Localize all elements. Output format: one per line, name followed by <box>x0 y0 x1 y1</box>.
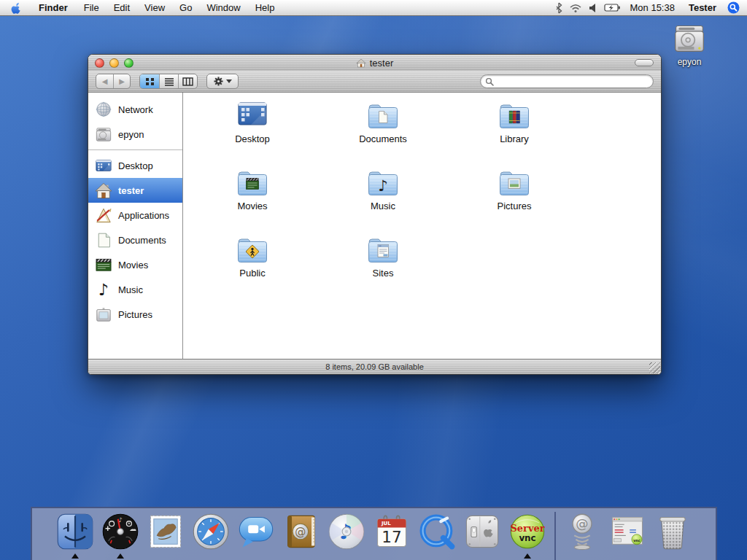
dock-item-system-preferences[interactable] <box>462 512 503 559</box>
dropdown-arrow-icon <box>226 79 232 83</box>
menu-help[interactable]: Help <box>248 0 282 16</box>
desktop-wallpaper: Finder File Edit View Go Window Help <box>0 0 747 560</box>
file-icon-documents[interactable]: Documents <box>338 98 427 144</box>
folder-library-icon <box>497 98 532 132</box>
safari-icon <box>191 512 231 551</box>
svg-text:@: @ <box>576 516 588 531</box>
icon-view-button[interactable] <box>140 74 159 88</box>
file-icon-library[interactable]: Library <box>470 98 559 144</box>
sidebar-label: Network <box>118 104 153 115</box>
sidebar-label: Movies <box>118 260 148 271</box>
menu-view[interactable]: View <box>137 0 172 16</box>
sidebar-item-music[interactable]: ♪ Music <box>88 277 182 302</box>
sidebar-item-documents[interactable]: Documents <box>88 228 182 252</box>
vnc-settings-window-icon: vnc <box>608 512 647 551</box>
desktop-icon <box>235 98 270 132</box>
bluetooth-icon <box>555 2 562 14</box>
window-title-bar[interactable]: tester <box>88 55 661 71</box>
battery-menu-extra[interactable] <box>604 3 621 12</box>
sidebar-item-movies[interactable]: Movies <box>88 252 182 277</box>
sidebar-item-applications[interactable]: Applications <box>88 203 182 228</box>
sidebar-item-tester[interactable]: tester <box>88 178 182 203</box>
sidebar-divider <box>88 149 182 150</box>
movies-icon <box>95 257 112 273</box>
spotlight-button[interactable] <box>727 1 740 14</box>
file-icon-public[interactable]: Public <box>208 233 297 279</box>
sidebar-item-pictures[interactable]: Pictures <box>88 302 182 327</box>
file-icon-pictures[interactable]: Pictures <box>470 166 559 211</box>
resize-grip[interactable] <box>649 362 660 373</box>
folder-movies-icon <box>235 166 270 199</box>
running-indicator <box>71 553 79 559</box>
folder-pictures-icon <box>497 166 532 199</box>
dock-item-finder[interactable] <box>55 512 96 559</box>
minimize-button[interactable] <box>109 58 119 68</box>
gear-icon <box>213 76 224 87</box>
fast-user-switch-menu[interactable]: Tester <box>684 2 721 13</box>
network-globe-icon <box>95 101 112 118</box>
menu-window[interactable]: Window <box>199 0 247 16</box>
desktop-volume-epyon[interactable]: epyon <box>667 22 712 67</box>
sidebar-item-epyon[interactable]: epyon <box>88 122 182 147</box>
hard-drive-icon <box>95 126 112 143</box>
menu-go[interactable]: Go <box>172 0 199 16</box>
action-button[interactable] <box>207 74 238 88</box>
document-icon <box>96 232 112 249</box>
sidebar-label: tester <box>118 185 144 196</box>
file-label: Documents <box>338 133 427 144</box>
back-button[interactable]: ◀ <box>96 74 113 88</box>
volume-label: epyon <box>667 57 712 67</box>
menu-bar: Finder File Edit View Go Window Help <box>0 0 747 16</box>
dock-item-vnc-server[interactable]: Server vnc <box>507 512 549 559</box>
search-input[interactable] <box>497 77 649 87</box>
file-icon-sites[interactable]: Sites <box>338 233 427 279</box>
menu-finder[interactable]: Finder <box>30 0 77 16</box>
sidebar-item-network[interactable]: Network <box>88 97 182 122</box>
bluetooth-menu-extra[interactable] <box>555 2 562 14</box>
toolbar-toggle-button[interactable] <box>635 59 654 66</box>
close-button[interactable] <box>95 58 104 68</box>
view-switcher <box>139 74 198 89</box>
file-label: Pictures <box>470 201 559 211</box>
dock-separator <box>554 512 556 560</box>
sidebar-item-desktop[interactable]: Desktop <box>88 153 182 178</box>
sidebar-label: Applications <box>118 210 169 221</box>
zoom-button[interactable] <box>124 58 133 68</box>
menu-edit[interactable]: Edit <box>107 0 137 16</box>
file-label: Library <box>470 133 559 144</box>
file-icon-music[interactable]: ♪ Music <box>338 166 427 211</box>
dock-item-vnc-window[interactable]: vnc <box>607 512 649 559</box>
svg-text:♪: ♪ <box>98 281 109 298</box>
sidebar-label: Documents <box>118 235 166 246</box>
dock-item-address-book[interactable]: @ <box>281 512 322 559</box>
icon-view-icon <box>145 77 155 86</box>
dock-item-dashboard[interactable]: ♪ <box>100 512 142 559</box>
forward-button[interactable]: ▶ <box>113 74 130 88</box>
file-icon-desktop[interactable]: Desktop <box>208 98 297 144</box>
dock-item-itunes[interactable]: ♪ <box>326 512 368 559</box>
dock-item-trash[interactable] <box>652 512 694 559</box>
wifi-menu-extra[interactable] <box>569 3 582 13</box>
apple-menu[interactable] <box>0 1 30 14</box>
dock-item-at-spring[interactable]: @ <box>562 512 603 559</box>
dock-item-safari[interactable] <box>190 512 232 559</box>
volume-menu-extra[interactable] <box>589 3 597 13</box>
trash-icon <box>653 512 692 551</box>
home-icon <box>95 182 112 199</box>
file-label: Music <box>338 201 427 211</box>
sidebar-label: epyon <box>118 129 144 140</box>
back-arrow-icon: ◀ <box>102 77 108 85</box>
status-text: 8 items, 20.09 GB available <box>325 362 424 371</box>
dock-item-mail[interactable] <box>145 512 187 559</box>
dashboard-icon: ♪ <box>101 512 140 551</box>
dock-item-ical[interactable]: JUL 17 <box>371 512 413 559</box>
menu-clock[interactable]: Mon 15:38 <box>627 2 678 13</box>
dock-item-ichat[interactable] <box>236 512 277 559</box>
dock-item-quicktime[interactable] <box>417 512 458 559</box>
column-view-button[interactable] <box>178 74 197 88</box>
list-view-button[interactable] <box>159 74 178 88</box>
search-icon <box>485 77 494 86</box>
apple-logo-icon <box>10 1 21 14</box>
menu-file[interactable]: File <box>77 0 107 16</box>
file-icon-movies[interactable]: Movies <box>208 166 297 211</box>
